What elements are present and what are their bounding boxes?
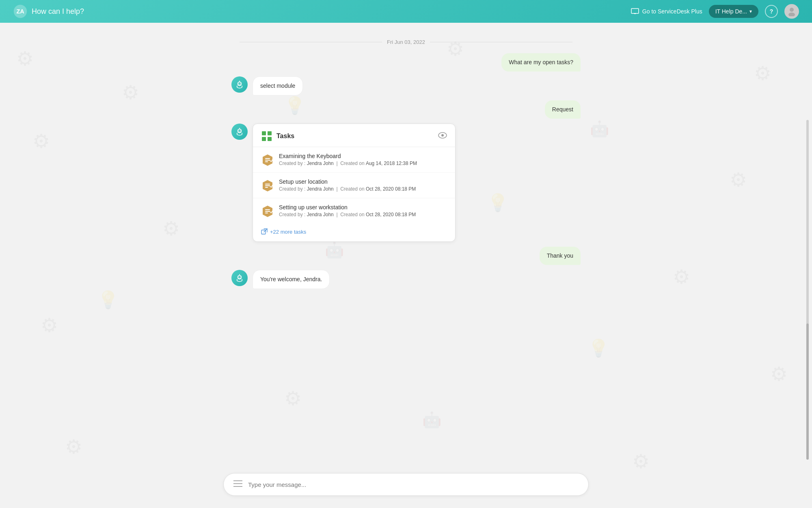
task-badge-icon <box>261 179 274 192</box>
user-bubble: What are my open tasks? <box>501 53 581 72</box>
svg-point-8 <box>238 83 239 84</box>
svg-rect-25 <box>265 161 268 162</box>
svg-rect-29 <box>265 209 270 210</box>
svg-rect-17 <box>262 131 266 135</box>
svg-rect-18 <box>268 131 272 135</box>
svg-point-35 <box>238 276 239 277</box>
svg-point-38 <box>239 274 240 275</box>
date-divider: Fri Jun 03, 2022 <box>240 39 572 45</box>
svg-point-13 <box>238 130 239 131</box>
msg-row: You're welcome, Jendra. <box>231 270 581 289</box>
task-content: Examining the Keyboard Created by : Jend… <box>279 153 417 166</box>
it-helpdesk-button[interactable]: IT Help De... ▾ <box>709 5 758 18</box>
message-input-area <box>223 473 589 496</box>
svg-rect-31 <box>265 213 268 213</box>
task-content: Setting up user workstation Created by :… <box>279 204 416 217</box>
msg-row: Thank you <box>231 247 581 265</box>
task-title: Setting up user workstation <box>279 204 416 211</box>
tasks-eye-icon[interactable] <box>438 132 447 140</box>
svg-point-22 <box>441 134 444 137</box>
zia-bot-icon <box>235 127 244 136</box>
svg-rect-26 <box>265 184 270 185</box>
bot-avatar <box>231 270 248 286</box>
svg-point-11 <box>239 80 240 81</box>
task-content: Setup user location Created by : Jendra … <box>279 178 416 192</box>
scrollbar-thumb[interactable] <box>806 323 809 459</box>
svg-rect-24 <box>265 160 270 161</box>
msg-row: select module <box>231 76 581 96</box>
chevron-down-icon: ▾ <box>749 9 752 14</box>
external-link-icon <box>261 228 268 235</box>
task-item: Setup user location Created by : Jendra … <box>253 173 455 198</box>
monitor-icon <box>631 8 639 15</box>
eye-icon <box>438 132 447 139</box>
svg-rect-28 <box>265 187 268 188</box>
task-badge-icon <box>261 154 274 167</box>
bot-bubble: You're welcome, Jendra. <box>253 270 330 289</box>
header-logo: ZA How can I help? <box>13 4 84 19</box>
zia-logo-icon: ZA <box>13 4 28 19</box>
msg-row: Tasks Exa <box>231 124 581 242</box>
svg-point-5 <box>790 8 794 12</box>
service-desk-link[interactable]: Go to ServiceDesk Plus <box>631 8 702 15</box>
task-meta: Created by : Jendra John | Created on Oc… <box>279 186 416 192</box>
svg-rect-23 <box>265 158 270 159</box>
msg-row: Request <box>231 100 581 119</box>
task-list: Examining the Keyboard Created by : Jend… <box>253 147 455 224</box>
tasks-card-header: Tasks <box>253 124 455 147</box>
more-tasks-link[interactable]: +22 more tasks <box>270 229 306 235</box>
task-meta: Created by : Jendra John | Created on Oc… <box>279 212 416 217</box>
header-title: How can I help? <box>32 7 84 16</box>
it-helpdesk-label: IT Help De... <box>715 8 747 15</box>
svg-point-16 <box>239 128 240 128</box>
msg-row: What are my open tasks? <box>231 53 581 72</box>
svg-point-9 <box>240 83 241 84</box>
zia-bot-icon <box>235 274 244 282</box>
avatar-icon <box>787 7 797 16</box>
task-title: Examining the Keyboard <box>279 153 417 159</box>
svg-rect-27 <box>265 185 270 186</box>
svg-rect-30 <box>265 211 270 212</box>
hamburger-icon <box>233 480 242 487</box>
task-meta: Created by : Jendra John | Created on Au… <box>279 161 417 166</box>
service-link-label: Go to ServiceDesk Plus <box>642 8 702 15</box>
user-bubble: Request <box>545 100 581 119</box>
tasks-grid-icon <box>261 130 272 142</box>
chat-background: ⚙ ⚙ ⚙ ⚙ ⚙ ⚙ ⚙ ⚙ ⚙ ⚙ ⚙ ⚙ ⚙ 💡 💡 💡 💡 🤖 🤖 🤖 … <box>0 23 812 508</box>
svg-rect-2 <box>631 9 639 13</box>
menu-icon[interactable] <box>233 480 242 489</box>
task-title: Setup user location <box>279 178 416 185</box>
more-tasks-row: +22 more tasks <box>253 224 455 241</box>
zia-bot-icon <box>235 80 244 89</box>
svg-rect-19 <box>262 137 266 141</box>
scrollbar-track[interactable] <box>806 120 809 460</box>
bot-bubble: select module <box>253 76 303 96</box>
svg-text:ZA: ZA <box>16 8 24 15</box>
message-input[interactable] <box>248 481 579 488</box>
user-bubble: Thank you <box>540 247 581 265</box>
svg-rect-32 <box>261 230 266 234</box>
bot-avatar <box>231 124 248 140</box>
svg-rect-20 <box>268 137 272 141</box>
svg-point-14 <box>240 130 241 131</box>
help-icon-button[interactable]: ? <box>765 5 778 18</box>
user-avatar[interactable] <box>784 4 799 19</box>
svg-point-6 <box>788 13 795 16</box>
svg-point-36 <box>240 276 241 277</box>
task-badge-icon <box>261 205 274 218</box>
bot-avatar <box>231 76 248 93</box>
tasks-card: Tasks Exa <box>253 124 456 242</box>
chat-container: Fri Jun 03, 2022 What are my open tasks? <box>223 23 589 467</box>
task-item: Examining the Keyboard Created by : Jend… <box>253 147 455 173</box>
task-item: Setting up user workstation Created by :… <box>253 198 455 224</box>
header: ZA How can I help? Go to ServiceDesk Plu… <box>0 0 812 23</box>
tasks-title: Tasks <box>261 130 294 142</box>
